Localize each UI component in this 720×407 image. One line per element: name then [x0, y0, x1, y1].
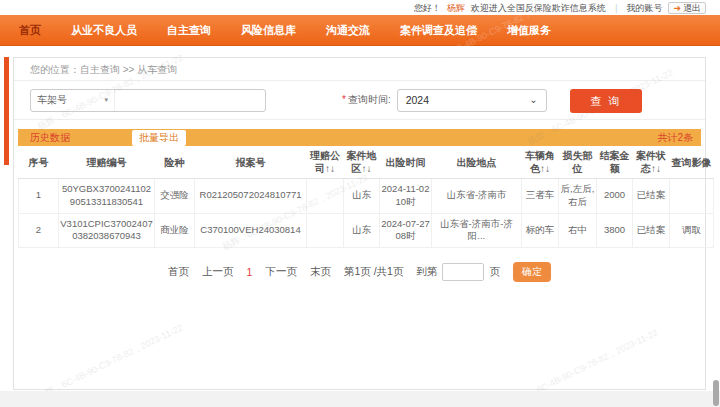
required-asterisk: *: [342, 94, 346, 105]
separator: ｜: [612, 2, 621, 15]
greeting-prefix: 您好！: [414, 2, 441, 15]
nav-item-case-investigation[interactable]: 案件调查及追偿: [385, 23, 492, 38]
query-time-select[interactable]: 2024 ⌄: [397, 89, 547, 112]
cell-accident-time: 2024-07-27 08时: [380, 213, 432, 248]
cell-report-no: R021205072024810771: [195, 179, 307, 214]
nav-item-communication[interactable]: 沟通交流: [311, 23, 385, 38]
my-account-link[interactable]: 我的账号: [626, 2, 662, 15]
field-type-value: 车架号: [37, 93, 67, 107]
results-table: 序号 理赔编号 险种 报案号 理赔公司↑↓ 案件地区↑↓ 出险时间 出险地点 车…: [18, 146, 714, 248]
nav-item-value-added[interactable]: 增值服务: [492, 23, 566, 38]
cell-claim-no: V3101CPIC370024070382038670943: [59, 213, 155, 248]
logout-arrow-icon: ➜: [673, 3, 681, 13]
col-vehicle-role-sort[interactable]: 车辆角色↑↓: [522, 146, 559, 179]
col-insurance-type: 险种: [155, 146, 195, 179]
search-form: 车架号 ▾ *查询时间: 2024 ⌄ 查 询: [14, 81, 705, 120]
logout-button[interactable]: ➜ 退出: [668, 2, 706, 14]
page-last-button[interactable]: 末页: [310, 265, 331, 279]
col-claim-no: 理赔编号: [59, 146, 155, 179]
table-row: 1 50YGBX370024110290513311830541 交强险 R02…: [19, 179, 714, 214]
cell-case-region: 山东: [344, 213, 380, 248]
table-header-row: 序号 理赔编号 险种 报案号 理赔公司↑↓ 案件地区↑↓ 出险时间 出险地点 车…: [19, 146, 714, 179]
result-bar: 历史数据 批量导出 共计2条: [18, 129, 701, 146]
cell-settle-amount: 3800: [597, 213, 633, 248]
cell-seq: 2: [19, 213, 59, 248]
col-report-no: 报案号: [195, 146, 307, 179]
goto-page-input[interactable]: [442, 263, 484, 281]
col-claim-company-sort[interactable]: 理赔公司↑↓: [307, 146, 344, 179]
col-settle-amount: 结案金额: [597, 146, 633, 179]
search-field-combo: 车架号 ▾: [30, 89, 266, 112]
page-current[interactable]: 1: [247, 266, 253, 278]
main-nav: 首页 从业不良人员 自主查询 风险信息库 沟通交流 案件调查及追偿 增值服务: [0, 15, 720, 46]
logout-label: 退出: [683, 2, 701, 15]
cell-insurance-type: 商业险: [155, 213, 195, 248]
vin-input[interactable]: [115, 90, 265, 111]
cell-claim-company: [307, 213, 344, 248]
cell-seq: 1: [19, 179, 59, 214]
pagination: 首页 上一页 1 下一页 末页 第1页 /共1页 到第 页 确定: [14, 262, 705, 282]
cell-accident-place: 山东省-济南市: [432, 179, 522, 214]
col-query-image: 查询影像: [670, 146, 714, 179]
page-prev-button[interactable]: 上一页: [202, 265, 234, 279]
col-accident-time: 出险时间: [380, 146, 432, 179]
vertical-scrollbar-thumb[interactable]: [713, 380, 719, 406]
query-time-label: *查询时间:: [342, 93, 391, 107]
cell-vehicle-role: 三者车: [522, 179, 559, 214]
page-next-button[interactable]: 下一页: [265, 265, 297, 279]
nav-item-home[interactable]: 首页: [4, 23, 56, 38]
query-button[interactable]: 查 询: [570, 89, 642, 113]
cell-loss-part: 右中: [559, 213, 597, 248]
col-seq: 序号: [19, 146, 59, 179]
cell-accident-place: 山东省-济南市-济阳...: [432, 213, 522, 248]
goto-confirm-button[interactable]: 确定: [513, 262, 551, 282]
history-data-tab[interactable]: 历史数据: [30, 131, 70, 145]
col-case-status-sort[interactable]: 案件状态↑↓: [633, 146, 670, 179]
username: 杨辉: [447, 2, 465, 15]
cell-settle-amount: 2000: [597, 179, 633, 214]
nav-item-bad-practitioners[interactable]: 从业不良人员: [56, 23, 152, 38]
cell-case-status: 已结案: [633, 213, 670, 248]
retrieve-image-link[interactable]: 调取: [670, 213, 714, 248]
cell-report-no: C370100VEH24030814: [195, 213, 307, 248]
top-greeting-bar: 您好！ 杨辉 欢迎进入全国反保险欺诈信息系统 ｜ 我的账号 ➜ 退出: [0, 0, 720, 15]
cell-claim-no: 50YGBX370024110290513311830541: [59, 179, 155, 214]
page-info: 第1页 /共1页: [344, 265, 404, 279]
page-body: 您的位置：自主查询 >> 从车查询 车架号 ▾ *查询时间: 2024 ⌄ 查 …: [0, 46, 720, 407]
cell-accident-time: 2024-11-02 10时: [380, 179, 432, 214]
content-panel: 您的位置：自主查询 >> 从车查询 车架号 ▾ *查询时间: 2024 ⌄ 查 …: [13, 57, 706, 390]
nav-item-self-query[interactable]: 自主查询: [152, 23, 226, 38]
cell-case-status: 已结案: [633, 179, 670, 214]
breadcrumb: 您的位置：自主查询 >> 从车查询: [14, 58, 705, 81]
field-type-select[interactable]: 车架号 ▾: [31, 90, 115, 111]
left-accent-stripe: [4, 57, 9, 165]
cell-query-image: [670, 179, 714, 214]
table-row: 2 V3101CPIC370024070382038670943 商业险 C37…: [19, 213, 714, 248]
goto-page-group: 到第 页: [416, 263, 500, 281]
footer-strip: [0, 391, 720, 407]
goto-label: 到第: [416, 265, 437, 279]
cell-claim-company: [307, 179, 344, 214]
chevron-down-icon: ⌄: [529, 95, 537, 105]
col-accident-place: 出险地点: [432, 146, 522, 179]
total-count: 共计2条: [657, 131, 693, 145]
batch-export-button[interactable]: 批量导出: [132, 130, 186, 146]
col-case-region-sort[interactable]: 案件地区↑↓: [344, 146, 380, 179]
query-time-value: 2024: [406, 94, 429, 106]
caret-down-icon: ▾: [104, 96, 108, 104]
cell-case-region: 山东: [344, 179, 380, 214]
welcome-text: 欢迎进入全国反保险欺诈信息系统: [471, 2, 606, 15]
cell-loss-part: 后,左后,右后: [559, 179, 597, 214]
nav-item-risk-library[interactable]: 风险信息库: [226, 23, 311, 38]
col-loss-part: 损失部位: [559, 146, 597, 179]
goto-unit: 页: [489, 265, 500, 279]
page-first-button[interactable]: 首页: [168, 265, 189, 279]
cell-insurance-type: 交强险: [155, 179, 195, 214]
cell-vehicle-role: 标的车: [522, 213, 559, 248]
